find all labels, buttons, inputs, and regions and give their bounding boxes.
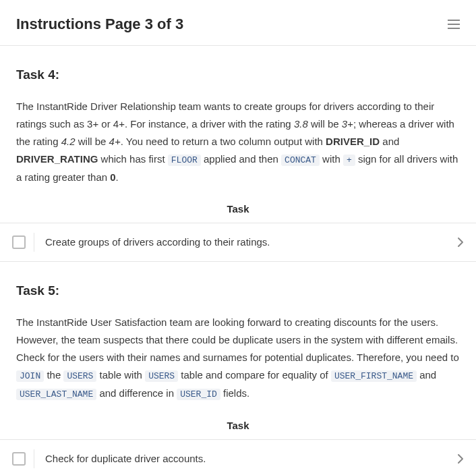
code-last-name: USER_LAST_NAME [16,389,96,400]
text: will be [308,118,342,130]
column-name: DRIVER_ID [326,136,380,147]
code-users: USERS [145,370,178,382]
task4-label: Task [16,186,460,223]
text: and [417,369,436,381]
page-title: Instructions Page 3 of 3 [16,12,183,36]
code-plus: + [343,155,355,166]
text: . You need to return a two column output… [121,136,326,147]
text: the [44,369,63,381]
group-example: 4+ [109,136,121,147]
code-join: JOIN [16,370,44,382]
task5-checkbox[interactable] [12,452,26,466]
task5-body: The InstantRide User Satisfaction team a… [16,314,460,403]
rating-example: 4.2 [61,136,76,147]
text: and difference in [96,387,177,399]
code-concat: CONCAT [281,155,320,166]
column-name: DRIVER_RATING [16,153,98,165]
rating-example: 3.8 [294,118,308,130]
task4-section: Task 4: The InstantRide Driver Relations… [16,46,460,223]
text: and [380,136,399,147]
content: Task 4: The InstantRide Driver Relations… [0,46,476,473]
text: . [116,171,119,183]
task5-heading: Task 5: [16,281,460,301]
task5-label: Task [16,403,460,439]
text: will be [76,136,109,147]
task4-checkbox[interactable] [12,235,26,249]
zero: 0 [110,171,115,183]
text: table and compare for equality of [178,369,331,381]
chevron-right-icon [457,453,464,464]
divider [34,449,34,468]
text: applied and then [201,153,281,165]
chevron-right-icon [457,237,464,248]
task4-heading: Task 4: [16,65,460,85]
task5-item[interactable]: Check for duplicate driver accounts. [0,439,476,473]
page-header: Instructions Page 3 of 3 [0,0,476,46]
task5-item-text: Check for duplicate driver accounts. [45,451,457,467]
code-user-id: USER_ID [177,389,220,400]
task4-item[interactable]: Create groups of drivers according to th… [0,223,476,262]
code-users: USERS [63,370,96,382]
task4-body: The InstantRide Driver Relationship team… [16,98,460,187]
text: fields. [220,387,249,399]
task5-section: Task 5: The InstantRide User Satisfactio… [16,262,460,439]
text: which has first [98,153,167,165]
menu-icon[interactable] [448,20,460,29]
code-first-name: USER_FIRST_NAME [331,370,417,382]
text: table with [96,369,145,381]
divider [34,233,34,252]
text: The InstantRide User Satisfaction team a… [16,316,459,364]
text: with [320,153,343,165]
task4-item-text: Create groups of drivers according to th… [45,234,457,250]
code-floor: FLOOR [168,155,201,166]
group-example: 3+ [342,118,353,130]
